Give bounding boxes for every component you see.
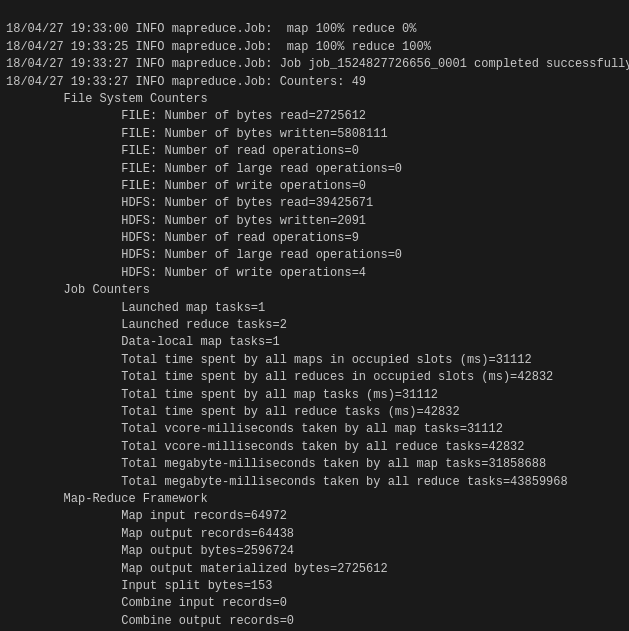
terminal-line: Map-Reduce Framework (6, 491, 623, 508)
terminal-line: FILE: Number of bytes written=5808111 (6, 126, 623, 143)
terminal-line: Input split bytes=153 (6, 578, 623, 595)
terminal-line: HDFS: Number of bytes written=2091 (6, 213, 623, 230)
terminal-output: 18/04/27 19:33:00 INFO mapreduce.Job: ma… (0, 0, 629, 631)
terminal-line: Total vcore-milliseconds taken by all ma… (6, 421, 623, 438)
terminal-line: FILE: Number of read operations=0 (6, 143, 623, 160)
terminal-line: Total time spent by all reduces in occup… (6, 369, 623, 386)
terminal-line: FILE: Number of bytes read=2725612 (6, 108, 623, 125)
terminal-line: FILE: Number of write operations=0 (6, 178, 623, 195)
terminal-line: Total time spent by all maps in occupied… (6, 352, 623, 369)
terminal-line: 18/04/27 19:33:27 INFO mapreduce.Job: Jo… (6, 56, 623, 73)
terminal-line: Map output materialized bytes=2725612 (6, 561, 623, 578)
terminal-line: Map output bytes=2596724 (6, 543, 623, 560)
terminal-line: HDFS: Number of read operations=9 (6, 230, 623, 247)
terminal-line: FILE: Number of large read operations=0 (6, 161, 623, 178)
terminal-line: HDFS: Number of large read operations=0 (6, 247, 623, 264)
terminal-line: Combine output records=0 (6, 613, 623, 630)
terminal-line: Total time spent by all reduce tasks (ms… (6, 404, 623, 421)
terminal-line: Map output records=64438 (6, 526, 623, 543)
terminal-line: 18/04/27 19:33:25 INFO mapreduce.Job: ma… (6, 39, 623, 56)
terminal-line: Launched reduce tasks=2 (6, 317, 623, 334)
terminal-line: Total time spent by all map tasks (ms)=3… (6, 387, 623, 404)
terminal-line: Total vcore-milliseconds taken by all re… (6, 439, 623, 456)
terminal-line: Job Counters (6, 282, 623, 299)
terminal-line: Total megabyte-milliseconds taken by all… (6, 456, 623, 473)
terminal-line: HDFS: Number of bytes read=39425671 (6, 195, 623, 212)
terminal-line: 18/04/27 19:33:00 INFO mapreduce.Job: ma… (6, 21, 623, 38)
terminal-line: HDFS: Number of write operations=4 (6, 265, 623, 282)
terminal-line: Launched map tasks=1 (6, 300, 623, 317)
terminal-line: Combine input records=0 (6, 595, 623, 612)
terminal-line: Map input records=64972 (6, 508, 623, 525)
terminal-line: 18/04/27 19:33:27 INFO mapreduce.Job: Co… (6, 74, 623, 91)
terminal-line: File System Counters (6, 91, 623, 108)
terminal-line: Data-local map tasks=1 (6, 334, 623, 351)
terminal-line: Total megabyte-milliseconds taken by all… (6, 474, 623, 491)
